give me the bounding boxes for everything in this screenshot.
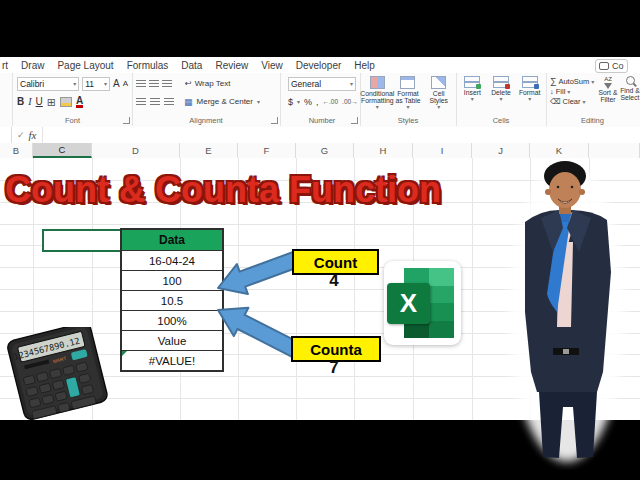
editing-group-label: Editing: [546, 116, 639, 125]
number-group-label: Number: [284, 116, 360, 125]
tab-formulas[interactable]: Formulas: [127, 60, 169, 71]
column-header-C[interactable]: C: [33, 143, 92, 158]
dialog-launcher-icon[interactable]: [271, 117, 278, 124]
increase-decimal-button[interactable]: ←.00: [323, 98, 339, 105]
presenter-photo: [497, 152, 640, 470]
format-label: Format: [519, 89, 541, 96]
chevron-down-icon: ▾: [499, 96, 502, 103]
comments-button[interactable]: Co: [595, 59, 628, 73]
cell-styles-label: Cell Styles: [424, 90, 454, 104]
bold-button[interactable]: B: [17, 96, 24, 107]
wrap-text-button[interactable]: Wrap Text: [195, 79, 231, 88]
format-as-table-icon: [400, 76, 415, 89]
count-label: Count: [314, 254, 357, 271]
column-header-B[interactable]: B: [0, 143, 33, 158]
chevron-down-icon: ▾: [591, 78, 594, 85]
tab-insert-partial[interactable]: rt: [2, 60, 8, 71]
conditional-formatting-button[interactable]: Conditional Formatting ▾: [362, 76, 392, 112]
merge-center-button[interactable]: Merge & Center: [197, 97, 253, 106]
editing-group: ∑ AutoSum ▾ ↓ Fill ▾ ⌫ Clear ▾ AZ: [546, 73, 639, 126]
format-cells-button[interactable]: Format ▾: [517, 76, 543, 103]
comments-label: Co: [612, 61, 624, 71]
percent-button[interactable]: %: [304, 97, 312, 107]
dialog-launcher-icon[interactable]: [123, 117, 130, 124]
tab-developer[interactable]: Developer: [296, 60, 342, 71]
font-color-button[interactable]: A: [76, 96, 83, 108]
tab-page-layout[interactable]: Page Layout: [57, 60, 113, 71]
format-as-table-label: Format as Table: [393, 90, 423, 104]
delete-cells-button[interactable]: Delete ▾: [488, 76, 514, 103]
grow-font-button[interactable]: A: [113, 78, 120, 89]
sort-filter-button[interactable]: AZ Sort & Filter: [598, 76, 618, 104]
formula-input[interactable]: [42, 127, 640, 143]
column-header-E[interactable]: E: [180, 143, 238, 158]
name-box-partial[interactable]: [0, 127, 12, 143]
chevron-down-icon: ▾: [406, 104, 409, 111]
number-group: General ▾ $ ▾ % , ←.00 .00→ Number: [284, 73, 361, 126]
page-title: Count & Counta Function: [5, 169, 525, 211]
clear-button[interactable]: ⌫ Clear ▾: [550, 96, 598, 106]
column-header-D[interactable]: D: [92, 143, 180, 158]
cell-styles-button[interactable]: Cell Styles ▾: [424, 76, 454, 112]
number-format-value: General: [291, 79, 321, 89]
find-select-button[interactable]: Find & Select: [620, 76, 640, 104]
font-group-label: Font: [13, 116, 132, 125]
font-name-select[interactable]: Calibri ▾: [17, 77, 79, 91]
chevron-down-icon: ▾: [257, 98, 260, 105]
wrap-text-icon: ↩: [185, 79, 192, 88]
fill-icon: ↓: [550, 87, 554, 96]
sort-az-icon: AZ: [604, 76, 612, 83]
enter-check-icon[interactable]: ✓: [17, 130, 25, 140]
clear-label: Clear: [563, 97, 581, 106]
number-format-select[interactable]: General ▾: [288, 77, 356, 91]
column-header-F[interactable]: F: [238, 143, 296, 158]
align-right-button[interactable]: [164, 98, 174, 106]
format-cells-icon: [522, 76, 538, 88]
clear-icon: ⌫: [550, 97, 561, 106]
align-left-button[interactable]: [136, 98, 146, 106]
tab-help[interactable]: Help: [354, 60, 375, 71]
borders-button[interactable]: ⊞: [47, 97, 56, 107]
underline-button[interactable]: U: [36, 96, 43, 107]
fill-label: Fill: [556, 87, 566, 96]
italic-button[interactable]: I: [28, 96, 31, 107]
insert-cells-button[interactable]: Insert ▾: [459, 76, 485, 103]
fill-color-button[interactable]: [60, 97, 72, 107]
tab-draw[interactable]: Draw: [21, 60, 44, 71]
comma-style-button[interactable]: ,: [316, 97, 319, 107]
dialog-launcher-icon[interactable]: [351, 117, 358, 124]
font-size-select[interactable]: 11 ▾: [82, 77, 110, 91]
tab-view[interactable]: View: [261, 60, 283, 71]
fx-icon[interactable]: fx: [29, 129, 37, 141]
format-as-table-button[interactable]: Format as Table ▾: [393, 76, 423, 112]
styles-group-label: Styles: [360, 116, 456, 125]
autosum-button[interactable]: ∑ AutoSum ▾: [550, 76, 598, 86]
align-middle-button[interactable]: [149, 80, 159, 88]
excel-x-icon: X: [387, 283, 430, 324]
tab-data[interactable]: Data: [181, 60, 202, 71]
insert-cells-icon: [464, 76, 480, 88]
conditional-formatting-label: Conditional Formatting: [360, 90, 394, 104]
chevron-down-icon: ▾: [376, 104, 379, 111]
decrease-decimal-button[interactable]: .00→: [342, 98, 358, 105]
chevron-down-icon: ▾: [104, 80, 107, 87]
alignment-group-label: Alignment: [132, 116, 280, 125]
fill-button[interactable]: ↓ Fill ▾: [550, 86, 598, 96]
error-indicator: [122, 351, 127, 356]
currency-button[interactable]: $: [288, 97, 293, 107]
shrink-font-button[interactable]: A: [123, 79, 128, 88]
column-header-G[interactable]: G: [296, 143, 354, 158]
selected-cell[interactable]: [42, 229, 122, 252]
align-top-button[interactable]: [136, 80, 146, 88]
chevron-down-icon: ▾: [471, 96, 474, 103]
conditional-formatting-icon: [370, 76, 385, 89]
font-name-value: Calibri: [20, 79, 44, 89]
column-header-I[interactable]: I: [413, 143, 472, 158]
thumbnail-stage: rt Draw Page Layout Formulas Data Review…: [0, 0, 640, 480]
formula-bar: ✓ fx: [0, 127, 640, 144]
tab-review[interactable]: Review: [215, 60, 248, 71]
align-center-button[interactable]: [150, 98, 160, 106]
cell-styles-icon: [431, 76, 446, 89]
column-header-H[interactable]: H: [354, 143, 413, 158]
align-bottom-button[interactable]: [162, 80, 172, 88]
